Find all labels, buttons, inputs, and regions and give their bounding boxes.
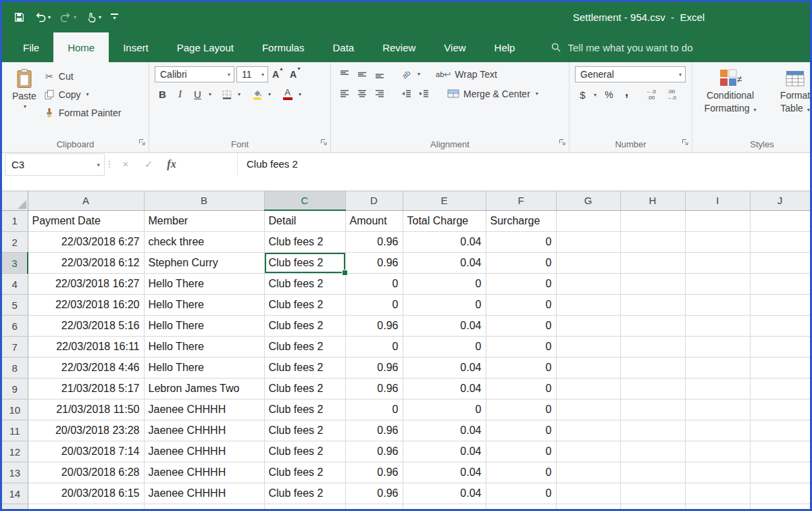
row-header-13[interactable]: 13	[2, 462, 28, 483]
percent-style-button[interactable]: %	[601, 87, 617, 103]
cell-E1[interactable]: Total Charge	[403, 210, 486, 232]
cell-H3[interactable]	[620, 253, 685, 274]
cell-C3[interactable]: Club fees 2	[264, 253, 345, 274]
cell-A6[interactable]: 22/03/2018 5:16	[28, 316, 144, 337]
cell-F11[interactable]: 0	[486, 420, 556, 441]
cell-C8[interactable]: Club fees 2	[264, 358, 345, 379]
font-family-select[interactable]: Calibri ▾	[155, 66, 234, 82]
cell-F9[interactable]: 0	[486, 379, 556, 399]
row-header-6[interactable]: 6	[2, 316, 28, 337]
cell-I11[interactable]	[685, 420, 750, 441]
cell-H6[interactable]	[620, 316, 685, 337]
cell-D6[interactable]: 0.96	[345, 316, 403, 337]
cell-I1[interactable]	[685, 210, 750, 232]
row-header-4[interactable]: 4	[2, 274, 28, 295]
column-header-E[interactable]: E	[403, 191, 486, 210]
paste-dropdown-caret[interactable]: ▾	[24, 103, 26, 110]
cell-E9[interactable]: 0.04	[403, 379, 486, 399]
tab-view[interactable]: View	[430, 32, 480, 62]
cell-B15[interactable]	[144, 504, 264, 510]
cell-H9[interactable]	[620, 379, 685, 399]
borders-button[interactable]	[219, 87, 234, 102]
cell-G12[interactable]	[556, 441, 620, 462]
bottom-align-button[interactable]	[372, 66, 387, 82]
tab-formulas[interactable]: Formulas	[248, 32, 319, 62]
font-dialog-launcher[interactable]	[320, 137, 328, 149]
cell-G15[interactable]	[556, 504, 620, 510]
row-header-11[interactable]: 11	[2, 420, 28, 441]
column-header-B[interactable]: B	[144, 191, 264, 210]
cell-J12[interactable]	[750, 441, 810, 462]
cell-C2[interactable]: Club fees 2	[264, 232, 345, 253]
cell-J4[interactable]	[750, 274, 810, 295]
cell-I10[interactable]	[685, 399, 750, 420]
cell-H7[interactable]	[620, 337, 685, 358]
cell-A7[interactable]: 22/03/2018 16:11	[28, 337, 144, 358]
row-header-14[interactable]: 14	[2, 483, 28, 504]
cell-D12[interactable]: 0.96	[345, 441, 403, 462]
cell-G11[interactable]	[556, 420, 620, 441]
column-header-D[interactable]: D	[345, 191, 403, 210]
cell-C14[interactable]: Club fees 2	[264, 483, 345, 504]
top-align-button[interactable]	[336, 66, 352, 82]
cell-I12[interactable]	[685, 441, 750, 462]
number-format-select[interactable]: General ▾	[575, 66, 686, 82]
cell-E13[interactable]: 0.04	[403, 462, 486, 483]
cell-I15[interactable]	[685, 504, 750, 510]
borders-dropdown-caret[interactable]: ▾	[238, 91, 240, 97]
accounting-format-button[interactable]: $	[575, 87, 590, 103]
cell-C7[interactable]: Club fees 2	[264, 337, 345, 358]
orientation-button[interactable]: ab	[399, 66, 414, 82]
cell-G6[interactable]	[556, 316, 620, 337]
cell-G3[interactable]	[556, 253, 620, 274]
cell-D14[interactable]: 0.96	[345, 483, 403, 504]
row-header-12[interactable]: 12	[2, 441, 28, 462]
cell-J3[interactable]	[750, 253, 810, 274]
cell-B10[interactable]: Jaenee CHHHH	[144, 399, 264, 420]
italic-button[interactable]: I	[172, 87, 188, 102]
tab-help[interactable]: Help	[480, 32, 530, 62]
merge-center-button[interactable]: Merge & Center ▾	[445, 86, 541, 101]
underline-button[interactable]: U	[190, 87, 205, 102]
column-header-F[interactable]: F	[486, 191, 556, 210]
cell-G2[interactable]	[556, 232, 620, 253]
cell-F10[interactable]: 0	[486, 399, 556, 420]
cell-D3[interactable]: 0.96	[345, 253, 403, 274]
cell-J10[interactable]	[750, 399, 810, 420]
cell-B1[interactable]: Member	[144, 210, 264, 232]
cell-E2[interactable]: 0.04	[403, 232, 486, 253]
cell-D4[interactable]: 0	[345, 274, 403, 295]
cell-C5[interactable]: Club fees 2	[264, 295, 345, 316]
row-header-15[interactable]: 15	[2, 504, 28, 510]
cell-F2[interactable]: 0	[486, 232, 556, 253]
cell-H12[interactable]	[620, 441, 685, 462]
cell-G14[interactable]	[556, 483, 620, 504]
cell-D11[interactable]: 0.96	[345, 420, 403, 441]
cell-J6[interactable]	[750, 316, 810, 337]
cell-I4[interactable]	[685, 274, 750, 295]
cell-F3[interactable]: 0	[486, 253, 556, 274]
cell-C4[interactable]: Club fees 2	[264, 274, 345, 295]
row-header-3[interactable]: 3	[2, 253, 28, 274]
cell-H1[interactable]	[620, 210, 685, 232]
cell-A14[interactable]: 20/03/2018 6:15	[28, 483, 144, 504]
cell-B3[interactable]: Stephen Curry	[144, 253, 264, 274]
cell-A8[interactable]: 22/03/2018 4:46	[28, 358, 144, 379]
cell-G4[interactable]	[556, 274, 620, 295]
cell-J5[interactable]	[750, 295, 810, 316]
name-box-splitter[interactable]: ⋮	[105, 153, 114, 175]
tell-me-search[interactable]: Tell me what you want to do	[551, 32, 692, 62]
cell-F7[interactable]: 0	[486, 337, 556, 358]
cell-I13[interactable]	[685, 462, 750, 483]
cell-E14[interactable]: 0.04	[403, 483, 486, 504]
cell-J8[interactable]	[750, 358, 810, 379]
cell-H15[interactable]	[620, 504, 685, 510]
underline-dropdown-caret[interactable]: ▾	[209, 91, 211, 97]
font-color-button[interactable]: A	[280, 87, 295, 102]
decrease-indent-button[interactable]	[399, 86, 414, 101]
cell-H14[interactable]	[620, 483, 685, 504]
tab-file[interactable]: File	[9, 32, 53, 62]
middle-align-button[interactable]	[354, 66, 370, 82]
font-color-dropdown-caret[interactable]: ▾	[299, 91, 301, 97]
cell-A13[interactable]: 20/03/2018 6:28	[28, 462, 144, 483]
